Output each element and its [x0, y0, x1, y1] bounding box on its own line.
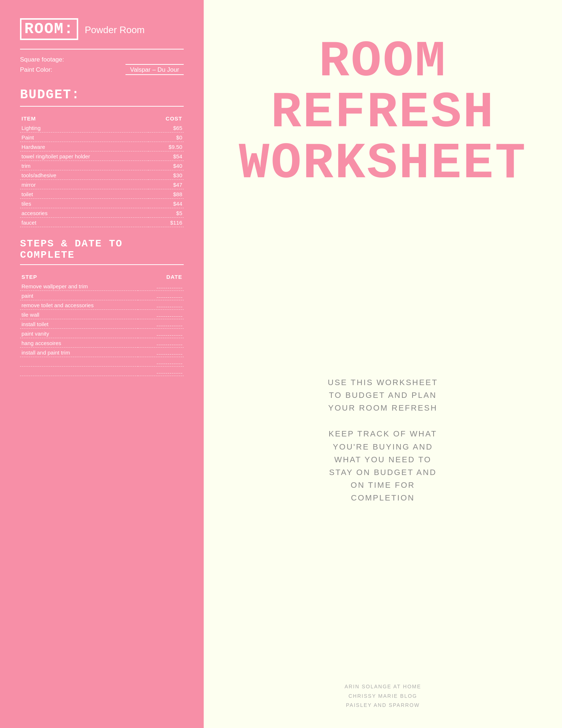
table-row: [20, 367, 184, 376]
room-name: Powder Room: [85, 24, 145, 36]
item-name: toilet: [20, 189, 148, 199]
table-row: Paint$0: [20, 132, 184, 142]
step-name: Remove wallpeper and trim: [20, 281, 138, 291]
room-header: ROOM: Powder Room: [20, 18, 184, 40]
right-description: USE THIS WORKSHEETTO BUDGET AND PLANYOUR…: [328, 376, 438, 518]
steps-section: STEPS & DATE TO COMPLETE STEP DATE Remov…: [20, 238, 184, 376]
item-name: faucet: [20, 218, 148, 227]
table-row: trim$40: [20, 161, 184, 170]
step-date: [138, 357, 184, 367]
budget-title: BUDGET:: [20, 87, 184, 102]
steps-title: STEPS & DATE TO COMPLETE: [20, 238, 184, 261]
item-cost: $88: [148, 189, 184, 199]
step-name: paint: [20, 291, 138, 300]
item-name: mirror: [20, 180, 148, 189]
step-name: remove toilet and accessories: [20, 300, 138, 310]
step-date: [138, 338, 184, 348]
budget-section: BUDGET: ITEM COST Lighting$65Paint$0Hard…: [20, 87, 184, 227]
title-line3: WORKSHEET: [239, 138, 527, 189]
item-name: towel ring/toilet paper holder: [20, 151, 148, 161]
table-row: toilet$88: [20, 189, 184, 199]
table-row: install and paint trim: [20, 348, 184, 357]
item-name: tiles: [20, 199, 148, 208]
header-divider: [20, 49, 184, 50]
item-name: trim: [20, 161, 148, 170]
table-row: paint: [20, 291, 184, 300]
table-row: tiles$44: [20, 199, 184, 208]
step-name: install toilet: [20, 319, 138, 329]
step-name: tile wall: [20, 310, 138, 319]
desc-para-2: KEEP TRACK OF WHATYOU'RE BUYING ANDWHAT …: [328, 427, 438, 504]
right-panel: ROOM REFRESH WORKSHEET USE THIS WORKSHEE…: [204, 0, 562, 728]
step-date: [138, 281, 184, 291]
budget-cost-header: COST: [148, 113, 184, 123]
step-header: STEP: [20, 272, 138, 281]
info-section: Square footage: Paint Color: Valspar – D…: [20, 56, 184, 76]
footer-credit: ARIN SOLANGE AT HOMECHRISSY MARIE BLOGPA…: [344, 682, 421, 710]
step-date: [138, 319, 184, 329]
date-header: DATE: [138, 272, 184, 281]
table-row: towel ring/toilet paper holder$54: [20, 151, 184, 161]
step-name: paint vanity: [20, 329, 138, 338]
step-date: [138, 348, 184, 357]
table-row: tile wall: [20, 310, 184, 319]
step-name: hang accesoires: [20, 338, 138, 348]
right-footer: ARIN SOLANGE AT HOMECHRISSY MARIE BLOGPA…: [344, 682, 421, 710]
square-footage-row: Square footage:: [20, 56, 184, 65]
right-title-block: ROOM REFRESH WORKSHEET: [239, 36, 527, 189]
table-row: tools/adhesive$30: [20, 170, 184, 180]
step-date: [138, 329, 184, 338]
item-name: Paint: [20, 132, 148, 142]
right-big-title: ROOM REFRESH WORKSHEET: [239, 36, 527, 189]
item-cost: $30: [148, 170, 184, 180]
table-row: Remove wallpeper and trim: [20, 281, 184, 291]
step-date: [138, 367, 184, 376]
step-date: [138, 310, 184, 319]
paint-color-row: Paint Color: Valspar – Du Jour: [20, 66, 184, 75]
table-row: Lighting$65: [20, 123, 184, 132]
square-footage-label: Square footage:: [20, 56, 64, 63]
item-name: Lighting: [20, 123, 148, 132]
steps-divider: [20, 264, 184, 265]
desc-para-1: USE THIS WORKSHEETTO BUDGET AND PLANYOUR…: [328, 376, 438, 415]
table-row: install toilet: [20, 319, 184, 329]
item-cost: $116: [148, 218, 184, 227]
step-date: [138, 291, 184, 300]
item-cost: $54: [148, 151, 184, 161]
paint-color-label: Paint Color:: [20, 66, 52, 74]
budget-item-header: ITEM: [20, 113, 148, 123]
room-label: ROOM:: [20, 18, 78, 40]
item-cost: $40: [148, 161, 184, 170]
table-row: mirror$47: [20, 180, 184, 189]
title-line2: REFRESH: [239, 87, 527, 138]
table-row: Hardware$9.50: [20, 142, 184, 151]
item-name: tools/adhesive: [20, 170, 148, 180]
table-row: paint vanity: [20, 329, 184, 338]
item-cost: $65: [148, 123, 184, 132]
item-cost: $0: [148, 132, 184, 142]
budget-table: ITEM COST Lighting$65Paint$0Hardware$9.5…: [20, 113, 184, 227]
step-name: [20, 357, 138, 367]
title-line1: ROOM: [239, 36, 527, 87]
paint-color-value: Valspar – Du Jour: [125, 66, 184, 75]
table-row: accesories$5: [20, 208, 184, 218]
item-cost: $5: [148, 208, 184, 218]
step-name: install and paint trim: [20, 348, 138, 357]
budget-divider: [20, 106, 184, 107]
square-footage-value: [125, 56, 184, 65]
item-cost: $9.50: [148, 142, 184, 151]
item-cost: $47: [148, 180, 184, 189]
table-row: remove toilet and accessories: [20, 300, 184, 310]
table-row: faucet$116: [20, 218, 184, 227]
left-panel: ROOM: Powder Room Square footage: Paint …: [0, 0, 204, 728]
step-name: [20, 367, 138, 376]
item-cost: $44: [148, 199, 184, 208]
step-date: [138, 300, 184, 310]
item-name: Hardware: [20, 142, 148, 151]
item-name: accesories: [20, 208, 148, 218]
table-row: [20, 357, 184, 367]
steps-table: STEP DATE Remove wallpeper and trimpaint…: [20, 272, 184, 376]
table-row: hang accesoires: [20, 338, 184, 348]
